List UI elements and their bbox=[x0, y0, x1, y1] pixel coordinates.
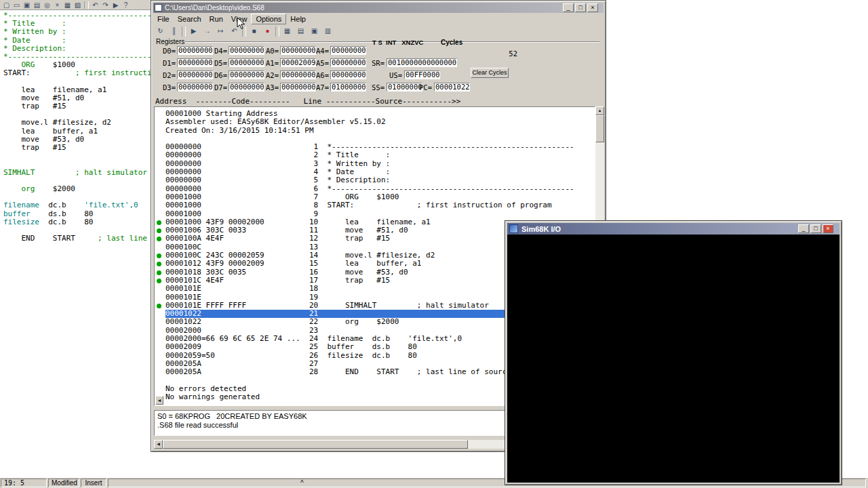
gutter-cell[interactable] bbox=[155, 110, 165, 118]
horizontal-scroll-thumb[interactable] bbox=[163, 440, 468, 449]
reload-icon[interactable]: ↻ bbox=[155, 26, 166, 37]
io-titlebar[interactable]: Sim68K I/O _□× bbox=[507, 223, 840, 235]
menu-item-file[interactable]: File bbox=[153, 14, 174, 24]
breakpoint-dot[interactable] bbox=[155, 251, 165, 260]
listing-row[interactable]: 00001000 9 bbox=[155, 210, 595, 218]
gutter-cell[interactable] bbox=[155, 201, 165, 209]
gutter-cell[interactable] bbox=[155, 352, 165, 360]
stack-icon[interactable]: ▤ bbox=[295, 26, 307, 37]
gutter-cell[interactable] bbox=[155, 176, 165, 184]
breakpoint-icon[interactable]: ● bbox=[262, 26, 273, 37]
gutter-cell[interactable] bbox=[155, 118, 165, 126]
menu-item-options[interactable]: Options bbox=[251, 14, 286, 24]
register-d7[interactable]: 00000000 bbox=[229, 83, 264, 92]
breakpoint-dot[interactable] bbox=[155, 268, 165, 277]
vertical-scroll-thumb[interactable] bbox=[595, 115, 604, 142]
breakpoint-dot[interactable] bbox=[155, 277, 165, 285]
gutter-cell[interactable] bbox=[155, 343, 165, 351]
run-icon[interactable]: ▶ bbox=[188, 26, 199, 37]
clear-cycles-button[interactable]: Clear Cycles bbox=[471, 68, 509, 78]
register-a0[interactable]: 00000000 bbox=[280, 46, 316, 55]
register-a7[interactable]: 01000000 bbox=[330, 83, 366, 92]
gutter-cell[interactable] bbox=[155, 185, 165, 193]
register-a1[interactable]: 00002009 bbox=[280, 58, 316, 67]
gutter-cell[interactable] bbox=[155, 335, 165, 343]
cut-icon[interactable]: × bbox=[52, 1, 62, 9]
gutter-cell[interactable] bbox=[155, 193, 165, 201]
register-a2[interactable]: 00000000 bbox=[280, 70, 316, 79]
menu-item-run[interactable]: Run bbox=[205, 14, 227, 24]
register-a6[interactable]: 00000000 bbox=[330, 70, 366, 79]
stop-icon[interactable]: ■ bbox=[248, 26, 260, 37]
io-console[interactable] bbox=[507, 235, 840, 483]
scroll-left-icon[interactable]: ◀ bbox=[155, 396, 163, 405]
print-icon[interactable]: ▤ bbox=[32, 1, 42, 9]
register-d3[interactable]: 00000000 bbox=[177, 83, 213, 92]
gutter-cell[interactable] bbox=[155, 127, 165, 135]
register-d2[interactable]: 00000000 bbox=[177, 70, 213, 79]
register-sr[interactable]: 0010000000000000 bbox=[387, 58, 457, 67]
gutter-cell[interactable] bbox=[155, 135, 165, 143]
gutter-cell[interactable] bbox=[155, 377, 165, 385]
gutter-cell[interactable] bbox=[155, 285, 165, 293]
breakpoint-dot[interactable] bbox=[155, 260, 165, 268]
listing-row[interactable]: 00000000 2 * Title : bbox=[155, 151, 595, 159]
listing-row[interactable]: Created On: 3/16/2015 10:14:51 PM bbox=[155, 127, 595, 135]
listing-row[interactable]: Assembler used: EASy68K Editor/Assembler… bbox=[155, 118, 595, 126]
gutter-cell[interactable] bbox=[155, 310, 165, 318]
register-a5[interactable]: 00000000 bbox=[330, 58, 366, 67]
stepover-icon[interactable]: ↦ bbox=[215, 26, 226, 37]
help-icon[interactable]: ? bbox=[121, 1, 131, 9]
undo-icon[interactable]: ↶ bbox=[90, 1, 100, 9]
register-us[interactable]: 00FF0000 bbox=[404, 70, 440, 79]
new-file-icon[interactable]: ▢ bbox=[1, 1, 12, 9]
redo-icon[interactable]: ↷ bbox=[100, 1, 111, 9]
find-icon[interactable]: ◎ bbox=[42, 1, 52, 9]
register-a4[interactable]: 00000000 bbox=[330, 46, 366, 55]
trace-icon[interactable]: → bbox=[201, 26, 213, 37]
gutter-cell[interactable] bbox=[155, 168, 165, 176]
save-file-icon[interactable]: ▣ bbox=[22, 1, 32, 9]
paste-icon[interactable]: ▧ bbox=[73, 1, 83, 9]
gutter-cell[interactable] bbox=[155, 318, 165, 326]
breakpoint-dot[interactable] bbox=[155, 218, 165, 226]
simulator-titlebar[interactable]: C:\Users\Dan\Desktop\video.S68 _□× bbox=[153, 3, 604, 13]
close-button[interactable]: × bbox=[587, 3, 598, 12]
register-d4[interactable]: 00000000 bbox=[229, 46, 264, 55]
listing-row[interactable]: 00000000 5 * Description: bbox=[155, 176, 595, 184]
copy-icon[interactable]: ▦ bbox=[62, 1, 73, 9]
gutter-cell[interactable] bbox=[155, 360, 165, 368]
assemble-icon[interactable]: ▶ bbox=[111, 1, 121, 9]
register-pc[interactable]: 00001022 bbox=[434, 83, 470, 92]
open-file-icon[interactable]: ▭ bbox=[12, 1, 22, 9]
register-d5[interactable]: 00000000 bbox=[229, 58, 264, 67]
hardware-icon[interactable]: ▣ bbox=[309, 26, 320, 37]
gutter-cell[interactable] bbox=[155, 385, 165, 393]
io-minimize-button[interactable]: _ bbox=[798, 224, 809, 233]
breakpoint-dot[interactable] bbox=[155, 226, 165, 235]
menu-item-help[interactable]: Help bbox=[286, 14, 310, 24]
minimize-button[interactable]: _ bbox=[563, 3, 574, 12]
register-a3[interactable]: 00000000 bbox=[280, 83, 316, 92]
io-maximize-button[interactable]: □ bbox=[810, 224, 821, 233]
gutter-cell[interactable] bbox=[155, 243, 165, 251]
gutter-cell[interactable] bbox=[155, 143, 165, 151]
listing-row[interactable]: 00001000 8 START: ; first instruction of… bbox=[155, 201, 595, 209]
io-icon[interactable]: ▥ bbox=[322, 26, 334, 37]
scroll-left-icon[interactable]: ◀ bbox=[154, 440, 163, 449]
register-d0[interactable]: 00000000 bbox=[177, 46, 213, 55]
maximize-button[interactable]: □ bbox=[575, 3, 586, 12]
memory-icon[interactable]: ▦ bbox=[281, 26, 293, 37]
gutter-cell[interactable] bbox=[155, 210, 165, 218]
scroll-up-icon[interactable]: ▲ bbox=[595, 106, 604, 115]
gutter-cell[interactable] bbox=[155, 327, 165, 335]
gutter-cell[interactable] bbox=[155, 160, 165, 168]
gutter-cell[interactable] bbox=[155, 293, 165, 302]
menu-item-search[interactable]: Search bbox=[174, 14, 205, 24]
register-d1[interactable]: 00000000 bbox=[177, 58, 213, 67]
io-close-button[interactable]: × bbox=[823, 224, 833, 233]
register-d6[interactable]: 00000000 bbox=[229, 70, 264, 79]
breakpoint-dot[interactable] bbox=[155, 235, 165, 243]
register-ss[interactable]: 01000000 bbox=[387, 83, 422, 92]
pause-icon[interactable]: ║ bbox=[168, 26, 180, 37]
